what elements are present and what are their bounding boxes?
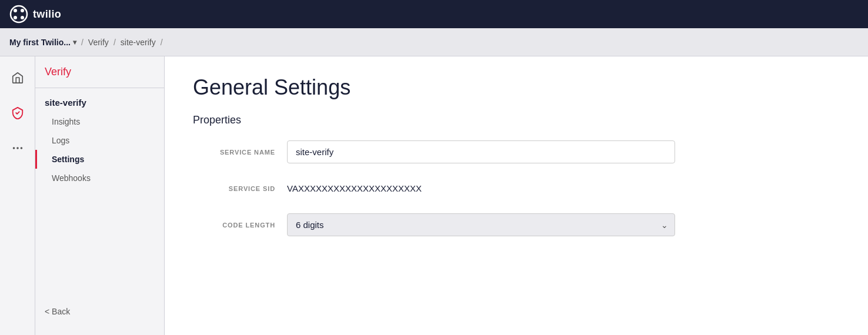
code-length-select-wrapper: 4 digits 5 digits 6 digits 7 digits 8 di…: [287, 213, 675, 236]
sidebar-item-webhooks[interactable]: Webhooks: [35, 169, 164, 187]
code-length-field-row: CODE LENGTH 4 digits 5 digits 6 digits 7…: [193, 213, 840, 236]
service-sid-label: SERVICE SID: [193, 185, 287, 192]
icon-sidebar: [0, 56, 35, 335]
sidebar-item-insights[interactable]: Insights: [35, 112, 164, 131]
code-length-label: CODE LENGTH: [193, 222, 287, 229]
project-name-label: My first Twilio...: [9, 38, 71, 47]
content-area: General Settings Properties SERVICE NAME…: [165, 56, 868, 335]
service-sid-value: VAXXXXXXXXXXXXXXXXXXXXX: [287, 177, 675, 199]
breadcrumb-site-verify: site-verify: [121, 38, 156, 47]
project-selector[interactable]: My first Twilio... ▾: [9, 38, 76, 47]
svg-point-0: [11, 6, 27, 22]
more-button[interactable]: [6, 136, 29, 160]
svg-point-3: [14, 16, 17, 19]
breadcrumb-verify: Verify: [88, 38, 109, 47]
back-button[interactable]: < Back: [35, 297, 164, 326]
sidebar-item-logs[interactable]: Logs: [35, 131, 164, 150]
breadcrumb-sep-2: /: [113, 38, 116, 47]
twilio-logo: twilio: [9, 5, 61, 24]
svg-point-4: [21, 16, 24, 19]
brand-name: twilio: [33, 8, 61, 21]
service-name: site-verify: [35, 88, 164, 112]
svg-point-7: [13, 148, 14, 149]
nav-sidebar: Verify site-verify Insights Logs Setting…: [35, 56, 165, 335]
svg-point-6: [21, 148, 22, 149]
main-layout: Verify site-verify Insights Logs Setting…: [0, 56, 868, 335]
topbar: twilio: [0, 0, 868, 28]
service-title[interactable]: Verify: [35, 66, 164, 88]
sidebar-item-settings[interactable]: Settings: [35, 150, 164, 169]
home-button[interactable]: [6, 66, 29, 89]
svg-point-1: [14, 9, 17, 12]
verify-nav-icon[interactable]: [6, 101, 29, 125]
service-name-label: SERVICE NAME: [193, 149, 287, 156]
service-name-field-row: SERVICE NAME: [193, 140, 840, 163]
breadcrumb-sep-1: /: [81, 38, 84, 47]
svg-point-2: [21, 9, 24, 12]
service-sid-field-row: SERVICE SID VAXXXXXXXXXXXXXXXXXXXXX: [193, 177, 840, 199]
page-title: General Settings: [193, 75, 840, 100]
svg-point-5: [17, 148, 18, 149]
project-chevron-icon: ▾: [73, 38, 76, 46]
code-length-select[interactable]: 4 digits 5 digits 6 digits 7 digits 8 di…: [287, 213, 675, 236]
breadcrumb-bar: My first Twilio... ▾ / Verify / site-ver…: [0, 28, 868, 56]
section-title: Properties: [193, 114, 840, 126]
breadcrumb-sep-3: /: [161, 38, 163, 47]
service-name-input[interactable]: [287, 140, 675, 163]
